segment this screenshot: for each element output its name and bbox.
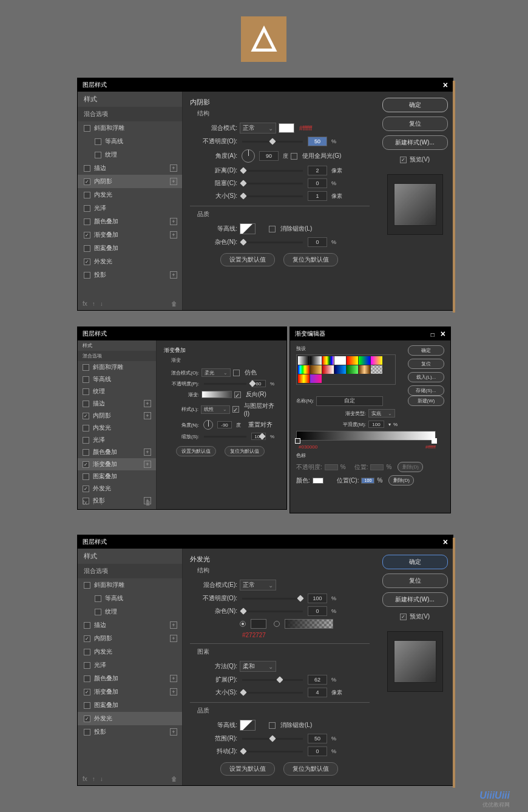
anti-alias-checkbox[interactable] (269, 226, 276, 232)
reset-button[interactable]: 复位 (382, 117, 448, 131)
preview-checkbox[interactable]: 预览(V) (400, 612, 430, 621)
contour-picker[interactable] (240, 223, 256, 234)
style-inner-glow[interactable]: 内发光 (78, 188, 182, 201)
distance-input[interactable]: 2 (308, 166, 327, 175)
gradient-type-dropdown[interactable]: 实底 (368, 409, 395, 418)
choke-input[interactable]: 0 (308, 178, 327, 188)
new-button[interactable]: 新建(W) (408, 396, 444, 406)
preset-swatch[interactable] (310, 365, 322, 374)
close-icon[interactable]: × (443, 537, 448, 547)
ok-button[interactable]: 确定 (382, 98, 448, 112)
opacity-slider[interactable] (242, 598, 303, 600)
set-default-button[interactable]: 设置为默认值 (220, 253, 275, 266)
add-effect-icon[interactable]: + (170, 218, 177, 225)
opacity-input[interactable]: 50 (308, 137, 327, 146)
trash-icon[interactable]: 🗑 (145, 499, 151, 506)
style-outer-glow[interactable]: 外发光 (78, 255, 182, 268)
style-stroke[interactable]: 描边+ (78, 161, 182, 175)
close-icon[interactable]: × (441, 329, 445, 339)
style-bevel[interactable]: 斜面和浮雕 (78, 121, 182, 135)
preset-swatch[interactable] (310, 356, 322, 365)
size-input[interactable]: 1 (308, 191, 327, 201)
blend-mode-dropdown[interactable]: 柔光 (201, 368, 231, 377)
preset-swatch[interactable] (334, 356, 346, 365)
preset-swatch[interactable] (334, 365, 346, 374)
angle-input[interactable]: 90 (259, 151, 279, 161)
blend-mode-dropdown[interactable]: 正常 (240, 580, 276, 590)
dither-checkbox[interactable] (233, 370, 240, 376)
stop-color-swatch[interactable] (313, 478, 323, 484)
preset-swatch[interactable] (298, 356, 310, 365)
up-icon[interactable]: ↑ (92, 300, 95, 307)
angle-dial[interactable] (203, 420, 213, 430)
distance-slider[interactable] (242, 170, 303, 172)
style-contour[interactable]: 等高线 (78, 135, 182, 148)
solid-color-radio[interactable] (240, 621, 246, 627)
ok-button[interactable]: 确定 (382, 555, 448, 569)
preset-swatch[interactable] (359, 356, 370, 365)
new-style-button[interactable]: 新建样式(W)... (382, 135, 448, 150)
trash-icon[interactable]: 🗑 (171, 300, 177, 307)
jitter-slider[interactable] (242, 751, 303, 753)
save-button[interactable]: 存储(S)... (408, 385, 444, 396)
style-gradient-overlay[interactable]: 渐变叠加+ (78, 228, 182, 242)
spread-slider[interactable] (242, 679, 303, 681)
load-button[interactable]: 载入(L)... (408, 372, 444, 382)
glow-gradient-picker[interactable] (285, 619, 333, 629)
preset-swatch[interactable] (371, 365, 382, 374)
new-style-button[interactable]: 新建样式(W)... (382, 592, 448, 607)
preset-swatch[interactable] (298, 374, 310, 383)
noise-slider[interactable] (242, 611, 303, 612)
ok-button[interactable]: 确定 (408, 345, 444, 356)
reset-button[interactable]: 复位 (382, 573, 448, 588)
choke-slider[interactable] (242, 183, 303, 184)
fx-menu-icon[interactable]: fx (83, 300, 87, 307)
preview-checkbox[interactable]: 预览(V) (400, 155, 430, 164)
style-inner-shadow[interactable]: 内阴影+ (78, 175, 182, 188)
add-effect-icon[interactable]: + (170, 231, 177, 239)
reverse-checkbox[interactable]: ✓ (234, 391, 241, 398)
technique-dropdown[interactable]: 柔和 (240, 661, 276, 672)
down-icon[interactable]: ↓ (100, 300, 103, 307)
shadow-color-swatch[interactable] (279, 123, 294, 133)
contour-picker[interactable] (240, 720, 256, 731)
delete-stop-button[interactable]: 删除(D) (388, 475, 414, 486)
preset-swatch[interactable] (371, 356, 382, 365)
preset-swatch[interactable] (347, 356, 358, 365)
opacity-slider[interactable] (204, 383, 246, 385)
style-texture[interactable]: 纹理 (78, 148, 182, 161)
reset-button[interactable]: 复位 (408, 359, 444, 369)
range-slider[interactable] (242, 738, 303, 740)
angle-dial[interactable] (242, 149, 255, 163)
close-icon[interactable]: × (443, 80, 448, 90)
reset-default-button[interactable]: 复位为默认值 (283, 253, 338, 266)
style-drop-shadow[interactable]: 投影+ (78, 268, 182, 282)
preset-swatch[interactable] (322, 365, 334, 374)
global-light-checkbox[interactable] (291, 153, 297, 160)
preset-swatch[interactable] (298, 365, 310, 374)
preset-swatch[interactable] (310, 374, 322, 383)
trash-icon[interactable]: 🗑 (171, 776, 177, 782)
gradient-picker[interactable] (201, 391, 232, 398)
gradient-radio[interactable] (274, 621, 280, 627)
align-checkbox[interactable]: ✓ (232, 406, 239, 413)
gradient-bar[interactable] (296, 431, 436, 441)
style-pattern-overlay[interactable]: 图案叠加 (78, 242, 182, 255)
size-slider[interactable] (242, 195, 303, 197)
maximize-icon[interactable]: □ (431, 331, 435, 338)
preset-swatch[interactable] (347, 365, 358, 374)
noise-slider[interactable] (242, 242, 303, 243)
blend-options-item[interactable]: 混合选项 (78, 107, 182, 121)
preset-swatch[interactable] (322, 356, 334, 365)
blend-mode-dropdown[interactable]: 正常 (240, 123, 276, 134)
style-satin[interactable]: 光泽 (78, 201, 182, 215)
grad-style-dropdown[interactable]: 线性 (201, 405, 230, 414)
gradient-name-input[interactable]: 自定 (316, 396, 383, 406)
preset-swatch[interactable] (359, 365, 370, 374)
add-effect-icon[interactable]: + (170, 164, 177, 172)
add-effect-icon[interactable]: + (170, 271, 177, 279)
anti-alias-checkbox[interactable] (269, 722, 276, 729)
style-color-overlay[interactable]: 颜色叠加+ (78, 215, 182, 228)
add-effect-icon[interactable]: + (170, 178, 177, 185)
noise-input[interactable]: 0 (308, 237, 327, 247)
